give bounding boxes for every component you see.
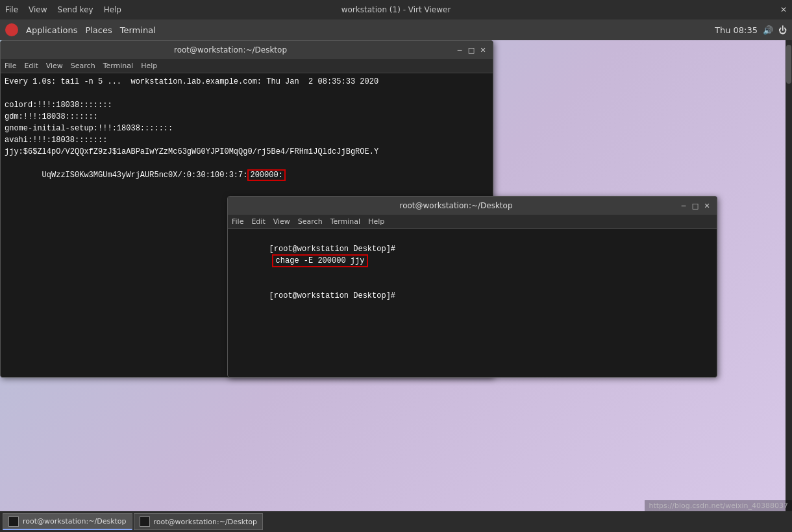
taskbar-task-2[interactable]: root@workstation:~/Desktop [134, 513, 264, 530]
t1-menu-terminal[interactable]: Terminal [103, 62, 134, 70]
taskbar-task-1[interactable]: root@workstation:~/Desktop [3, 513, 132, 530]
t2-menu-file[interactable]: File [232, 217, 243, 226]
t1-line-6: avahi:!!!:18038::::::: [5, 134, 489, 146]
menu-view[interactable]: View [29, 5, 47, 14]
t2-menu-view[interactable]: View [273, 217, 290, 226]
volume-icon[interactable]: 🔊 [763, 25, 773, 35]
t2-prompt-1: [root@workstation Desktop]# [269, 245, 395, 254]
terminal-1-minimize[interactable]: ─ [455, 45, 464, 54]
t1-menu-search[interactable]: Search [71, 62, 95, 70]
t1-menu-file[interactable]: File [5, 62, 16, 70]
desktop: root@workstation:~/Desktop ─ □ ✕ File Ed… [0, 40, 792, 511]
virt-viewer-controls[interactable]: ✕ [780, 5, 787, 14]
t2-prompt-2: [root@workstation Desktop]# [269, 291, 395, 300]
terminal-2-titlebar: root@workstation:~/Desktop ─ □ ✕ [228, 197, 717, 215]
t2-menu-help[interactable]: Help [368, 217, 384, 226]
terminal-1-window-controls[interactable]: ─ □ ✕ [455, 45, 488, 54]
desktop-scrollbar[interactable] [786, 40, 792, 511]
taskbar-left: Applications Places Terminal [5, 23, 156, 36]
virt-viewer-menu[interactable]: File View Send key Help [5, 5, 121, 14]
taskbar-task-2-label: root@workstation:~/Desktop [154, 518, 258, 526]
t1-line-2 [5, 88, 489, 99]
terminal-1-title: root@workstation:~/Desktop [6, 45, 455, 54]
terminal-2-window-controls[interactable]: ─ □ ✕ [679, 201, 712, 210]
bottom-taskbar: root@workstation:~/Desktop root@workstat… [0, 511, 792, 532]
t1-line-5: gnome-initial-setup:!!!:18038::::::: [5, 123, 489, 134]
t1-line-8-text: UqWzzIS0Kw3MGUm43yWrjAUR5nc0X/:0:30:100:… [42, 171, 248, 180]
terminal-window-2[interactable]: root@workstation:~/Desktop ─ □ ✕ File Ed… [227, 196, 717, 378]
terminal-1-menubar[interactable]: File Edit View Search Terminal Help [1, 59, 493, 73]
taskbar-applications[interactable]: Applications [26, 25, 77, 35]
t2-menu-terminal[interactable]: Terminal [330, 217, 361, 226]
menu-help[interactable]: Help [104, 5, 121, 14]
terminal-2-maximize[interactable]: □ [691, 201, 700, 210]
menu-send-key[interactable]: Send key [58, 5, 93, 14]
terminal-2-close[interactable]: ✕ [702, 201, 712, 210]
scrollbar-thumb[interactable] [786, 45, 791, 84]
terminal-2-title: root@workstation:~/Desktop [233, 201, 679, 210]
t1-line-7: jjy:$6$Zl4pO/V2QQxfZ9zJ$1aABPaIwYZzMc63g… [5, 146, 489, 158]
t2-menu-edit[interactable]: Edit [251, 217, 265, 226]
taskbar-places[interactable]: Places [85, 25, 112, 35]
virt-viewer-titlebar: File View Send key Help workstation (1) … [0, 0, 792, 19]
taskbar-time: Thu 08:35 [715, 25, 758, 35]
menu-file[interactable]: File [5, 5, 18, 14]
watermark: https://blog.csdn.net/weixin_40388037 [645, 500, 792, 511]
taskbar-task-2-icon [140, 516, 150, 527]
t1-menu-help[interactable]: Help [141, 62, 157, 70]
terminal-2-body[interactable]: [root@workstation Desktop]# chage -E 200… [228, 229, 717, 377]
virt-viewer-title: workstation (1) - Virt Viewer [341, 5, 451, 14]
t2-menu-search[interactable]: Search [298, 217, 323, 226]
t1-menu-view[interactable]: View [46, 62, 63, 70]
t2-command-highlight: chage -E 200000 jjy [272, 254, 369, 267]
virt-viewer-close[interactable]: ✕ [780, 5, 787, 14]
t1-line-3: colord:!!!:18038::::::: [5, 99, 489, 111]
t1-line-8: UqWzzIS0Kw3MGUm43yWrjAUR5nc0X/:0:30:100:… [5, 158, 489, 193]
t2-line-2: [root@workstation Desktop]# [232, 278, 713, 313]
t2-line-1: [root@workstation Desktop]# chage -E 200… [232, 232, 713, 278]
terminal-2-minimize[interactable]: ─ [679, 201, 688, 210]
terminal-1-maximize[interactable]: □ [467, 45, 476, 54]
t1-line-4: gdm:!!!:18038::::::: [5, 111, 489, 123]
t1-highlight-200000: 200000: [247, 169, 285, 181]
terminal-2-menubar[interactable]: File Edit View Search Terminal Help [228, 215, 717, 229]
terminal-1-close[interactable]: ✕ [478, 45, 488, 54]
taskbar-terminal[interactable]: Terminal [120, 25, 156, 35]
power-icon[interactable]: ⏻ [778, 25, 787, 35]
t1-menu-edit[interactable]: Edit [24, 62, 38, 70]
taskbar-task-1-label: root@workstation:~/Desktop [23, 517, 127, 526]
terminal-1-titlebar: root@workstation:~/Desktop ─ □ ✕ [1, 41, 493, 59]
t1-line-1: Every 1.0s: tail -n 5 ... workstation.la… [5, 76, 489, 88]
taskbar-right: Thu 08:35 🔊 ⏻ [715, 25, 787, 35]
taskbar-task-1-icon [8, 516, 19, 527]
apps-icon[interactable] [5, 23, 18, 36]
gnome-taskbar: Applications Places Terminal Thu 08:35 🔊… [0, 19, 792, 40]
